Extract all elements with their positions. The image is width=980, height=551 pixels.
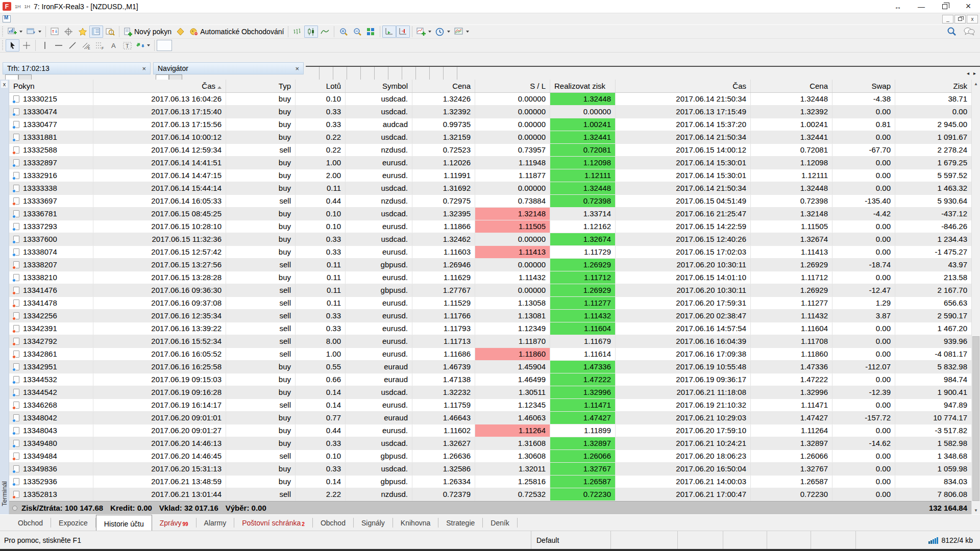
- history-row[interactable]: 13338074 2017.06.15 12:57:42 buy 0.33 eu…: [9, 246, 971, 259]
- fibonacci-button[interactable]: F: [93, 39, 107, 52]
- status-profile[interactable]: Default: [531, 531, 610, 549]
- scroll-down-icon[interactable]: ▼: [972, 506, 980, 514]
- history-row[interactable]: 13331881 2017.06.14 10:00:12 buy 0.22 us…: [9, 131, 971, 144]
- history-row[interactable]: 13341476 2017.06.16 09:36:30 sell 0.11 g…: [9, 284, 971, 297]
- templates-button[interactable]: [452, 26, 471, 38]
- navigator-panel-header[interactable]: Navigátor ×: [153, 62, 304, 74]
- scrollbar-thumb[interactable]: [972, 336, 979, 502]
- history-row[interactable]: 13342256 2017.06.16 12:35:34 sell 0.33 e…: [9, 310, 971, 322]
- terminal-tab[interactable]: Obchod: [313, 518, 354, 528]
- market-watch-button[interactable]: [48, 26, 62, 38]
- status-connection[interactable]: 8122/4 kb: [855, 531, 980, 549]
- resize-arrows-icon[interactable]: ↔: [886, 0, 910, 13]
- chart-tab[interactable]: [375, 67, 388, 80]
- chart-tab[interactable]: [333, 67, 347, 80]
- column-header-pokyn[interactable]: Pokyn: [9, 80, 93, 92]
- history-row[interactable]: 13349836 2017.06.20 15:31:13 buy 0.33 us…: [9, 463, 971, 475]
- terminal-tab[interactable]: Expozice: [51, 518, 96, 528]
- chart-tab[interactable]: [306, 67, 320, 80]
- column-header-realizovat-zisk[interactable]: Realizovat zisk: [550, 80, 616, 92]
- new-order-button[interactable]: Nový pokyn: [121, 26, 174, 38]
- minimize-button[interactable]: —: [910, 0, 933, 13]
- history-row[interactable]: 13333338 2017.06.14 15:44:14 buy 0.11 us…: [9, 182, 971, 195]
- terminal-close-icon[interactable]: x: [1, 81, 8, 88]
- navigator-close-icon[interactable]: ×: [291, 65, 299, 72]
- column-header-sl[interactable]: S / L: [475, 80, 550, 92]
- timeframe-button[interactable]: [249, 40, 264, 51]
- terminal-tab[interactable]: Historie účtu: [96, 515, 152, 531]
- history-row[interactable]: 13332897 2017.06.14 14:41:51 buy 1.00 eu…: [9, 157, 971, 169]
- column-header-typ[interactable]: Typ: [226, 80, 296, 92]
- history-row[interactable]: 13349484 2017.06.20 14:46:45 sell 0.10 g…: [9, 450, 971, 463]
- candlestick-chart-button[interactable]: [304, 26, 318, 38]
- data-window-button[interactable]: [62, 26, 76, 38]
- tab-scroll-left-icon[interactable]: ◂: [967, 70, 969, 76]
- auto-scroll-button[interactable]: [382, 26, 396, 38]
- timeframe-button[interactable]: [279, 40, 295, 51]
- history-row[interactable]: 13330474 2017.06.13 17:15:40 buy 0.33 us…: [9, 106, 971, 118]
- terminal-tab[interactable]: Alarmy: [197, 518, 235, 528]
- cursor-button[interactable]: [6, 39, 19, 52]
- column-header-cena-open[interactable]: Cena: [412, 80, 475, 92]
- menu-item[interactable]: [67, 13, 80, 24]
- terminal-tab[interactable]: Poštovní schránka2: [234, 518, 313, 528]
- chart-shift-button[interactable]: [396, 26, 410, 38]
- metaeditor-button[interactable]: [174, 26, 187, 38]
- indicators-button[interactable]: [414, 26, 433, 38]
- equidistant-channel-button[interactable]: E: [79, 39, 93, 52]
- column-header-cas-close[interactable]: Čas: [616, 80, 751, 92]
- horizontal-line-button[interactable]: [52, 39, 65, 52]
- terminal-tab[interactable]: Knihovna: [393, 518, 438, 528]
- navigator-tab[interactable]: [169, 74, 182, 80]
- history-row[interactable]: 13330477 2017.06.13 17:15:56 buy 0.33 au…: [9, 118, 971, 131]
- zoom-out-button[interactable]: [350, 26, 364, 38]
- history-row[interactable]: 13352813 2017.06.21 13:01:44 sell 2.22 n…: [9, 488, 971, 501]
- history-row[interactable]: 13348042 2017.06.20 09:01:01 buy 0.77 eu…: [9, 412, 971, 424]
- periods-button[interactable]: [433, 26, 452, 38]
- column-header-symbol[interactable]: Symbol: [346, 80, 412, 92]
- history-row[interactable]: 13333697 2017.06.14 16:05:33 sell 0.44 n…: [9, 195, 971, 208]
- chart-tab[interactable]: [416, 67, 430, 80]
- trendline-button[interactable]: [65, 39, 79, 52]
- new-chart-button[interactable]: [6, 26, 24, 38]
- terminal-tab[interactable]: Signály: [354, 518, 393, 528]
- strategy-tester-button[interactable]: [103, 26, 117, 38]
- child-close-button[interactable]: x: [967, 15, 978, 23]
- close-button[interactable]: ×: [957, 0, 980, 13]
- menu-item[interactable]: [80, 13, 93, 24]
- column-header-cas-open[interactable]: Čas: [93, 80, 226, 92]
- menu-item[interactable]: [14, 13, 27, 24]
- market-watch-tab[interactable]: [5, 74, 18, 80]
- timeframe-button[interactable]: [264, 40, 279, 51]
- navigator-tab[interactable]: [156, 74, 169, 80]
- toolbar-grip[interactable]: [1, 40, 5, 51]
- timeframe-button[interactable]: [233, 40, 249, 51]
- timeframe-button[interactable]: [203, 40, 218, 51]
- arrows-tool-button[interactable]: [134, 39, 152, 52]
- history-row[interactable]: 13348043 2017.06.20 09:01:27 buy 0.44 eu…: [9, 424, 971, 437]
- history-row[interactable]: 13332588 2017.06.14 12:59:34 sell 0.22 n…: [9, 144, 971, 157]
- history-row[interactable]: 13342792 2017.06.16 15:52:34 sell 8.00 e…: [9, 335, 971, 348]
- chart-tab[interactable]: [361, 67, 375, 80]
- market-watch-close-icon[interactable]: ×: [138, 65, 146, 72]
- auto-trading-button[interactable]: Automatické Obchodování: [187, 26, 286, 38]
- history-row[interactable]: 13344532 2017.06.19 09:15:03 buy 0.66 eu…: [9, 373, 971, 386]
- zoom-in-button[interactable]: [336, 26, 350, 38]
- chart-tab[interactable]: [388, 67, 402, 80]
- history-row[interactable]: 13341478 2017.06.16 09:37:08 sell 0.11 e…: [9, 297, 971, 310]
- column-header-cena-close[interactable]: Cena: [751, 80, 832, 92]
- menu-item[interactable]: [93, 13, 107, 24]
- history-row[interactable]: 13342861 2017.06.16 16:05:52 sell 1.00 e…: [9, 348, 971, 361]
- crosshair-button[interactable]: [19, 39, 33, 52]
- timeframe-button[interactable]: [187, 40, 203, 51]
- chart-tab[interactable]: [430, 67, 444, 80]
- text-button[interactable]: A: [107, 39, 120, 52]
- history-row[interactable]: 13346268 2017.06.19 16:14:17 sell 0.14 e…: [9, 399, 971, 412]
- timeframe-button[interactable]: [172, 40, 187, 51]
- history-row[interactable]: 13349480 2017.06.20 14:46:13 buy 0.33 us…: [9, 437, 971, 450]
- terminal-tab[interactable]: Obchod: [10, 518, 51, 528]
- history-row[interactable]: 13330215 2017.06.13 16:04:26 buy 0.10 us…: [9, 93, 971, 106]
- chart-tab[interactable]: [320, 67, 333, 80]
- chat-icon[interactable]: [964, 27, 975, 36]
- vertical-line-button[interactable]: [38, 39, 52, 52]
